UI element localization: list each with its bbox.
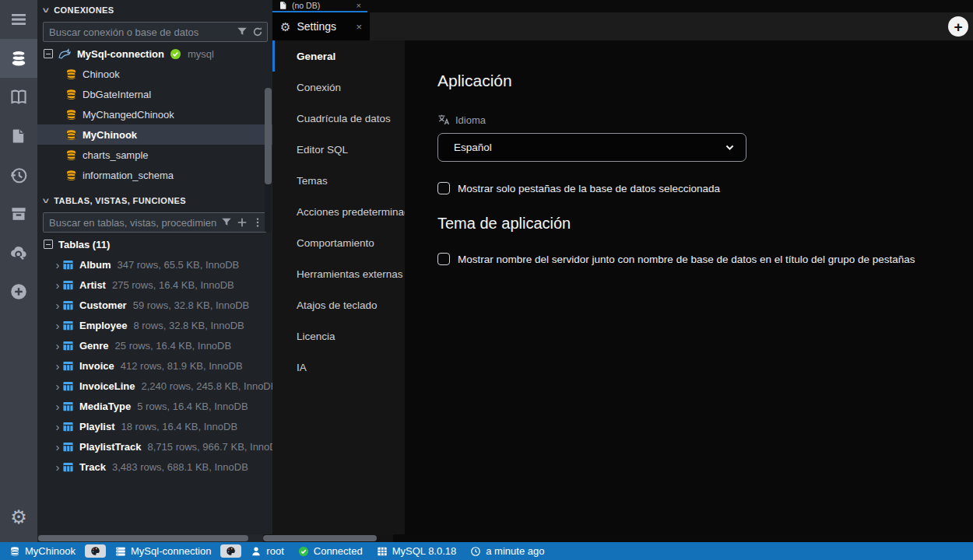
database-name: DbGateInternal bbox=[83, 89, 151, 100]
table-icon bbox=[62, 340, 74, 352]
chevron-right-icon[interactable]: › bbox=[53, 299, 62, 311]
tables-search-input[interactable] bbox=[49, 217, 216, 229]
table-meta: 5 rows, 16.4 KB, InnoDB bbox=[137, 401, 248, 412]
settings-nav-cuadr-cula-de-datos[interactable]: Cuadrícula de datos bbox=[272, 103, 405, 134]
collapse-icon[interactable] bbox=[44, 49, 53, 58]
close-icon[interactable]: × bbox=[357, 1, 361, 10]
table-item[interactable]: ›Customer59 rows, 32.8 KB, InnoDB bbox=[37, 295, 272, 315]
table-item[interactable]: ›MediaType5 rows, 16.4 KB, InnoDB bbox=[37, 396, 272, 416]
table-item[interactable]: ›Genre25 rows, 16.4 KB, InnoDB bbox=[37, 335, 272, 355]
settings-nav-general[interactable]: General bbox=[272, 40, 405, 72]
statusbar-root[interactable]: root bbox=[246, 542, 288, 560]
settings-nav-licencia[interactable]: Licencia bbox=[272, 320, 405, 352]
statusbar-label: root bbox=[266, 545, 283, 557]
chevron-right-icon[interactable]: › bbox=[53, 320, 62, 331]
tab-settings[interactable]: ⚙ Settings × bbox=[272, 12, 370, 40]
table-item[interactable]: ›Playlist18 rows, 16.4 KB, InnoDB bbox=[37, 416, 272, 436]
file-icon bbox=[10, 128, 27, 145]
statusbar-connected[interactable]: Connected bbox=[293, 542, 367, 560]
user-icon bbox=[251, 546, 262, 557]
chevron-right-icon[interactable]: › bbox=[53, 380, 62, 392]
chevron-right-icon[interactable]: › bbox=[53, 340, 62, 352]
settings-nav-acciones-predeterminadas[interactable]: Acciones predeterminadas bbox=[272, 196, 405, 227]
table-item[interactable]: ›InvoiceLine2,240 rows, 245.8 KB, InnoDB bbox=[37, 376, 272, 396]
statusbar-mysql-8-0-18[interactable]: MySQL 8.0.18 bbox=[372, 542, 462, 560]
chevron-right-icon[interactable]: › bbox=[53, 461, 62, 473]
chevron-right-icon[interactable]: › bbox=[53, 259, 62, 271]
settings-nav-conexi-n[interactable]: Conexión bbox=[272, 72, 405, 103]
connection-color-button[interactable] bbox=[220, 544, 241, 558]
new-tab-button[interactable]: + bbox=[948, 16, 968, 37]
table-item[interactable]: ›Track3,483 rows, 688.1 KB, InnoDB bbox=[37, 457, 272, 477]
activity-bar-archive-button[interactable] bbox=[0, 194, 37, 233]
chevron-right-icon[interactable]: › bbox=[53, 421, 62, 432]
table-item[interactable]: ›Album347 rows, 65.5 KB, InnoDB bbox=[37, 254, 272, 275]
file-icon bbox=[279, 1, 288, 10]
database-item[interactable]: MyChinook bbox=[37, 124, 272, 145]
database-item[interactable]: MyChangedChinook bbox=[37, 104, 272, 124]
filter-icon[interactable] bbox=[221, 217, 232, 228]
clock-icon bbox=[470, 546, 481, 557]
menu-icon bbox=[9, 9, 29, 30]
activity-bar-cloud-search-button[interactable] bbox=[0, 233, 37, 272]
table-item[interactable]: ›Employee8 rows, 32.8 KB, InnoDB bbox=[37, 315, 272, 335]
show-server-name-checkbox[interactable] bbox=[437, 253, 450, 265]
settings-nav-editor-sql[interactable]: Editor SQL bbox=[272, 134, 405, 165]
chevron-right-icon[interactable]: › bbox=[53, 279, 62, 291]
connection-row[interactable]: MySql-connection mysql bbox=[37, 44, 272, 64]
table-item[interactable]: ›Invoice412 rows, 81.9 KB, InnoDB bbox=[37, 355, 272, 376]
plus-icon[interactable] bbox=[237, 217, 248, 228]
activity-bar-database-button[interactable] bbox=[0, 39, 37, 78]
gear-icon: ⚙ bbox=[10, 506, 27, 528]
database-item[interactable]: information_schema bbox=[37, 165, 272, 185]
settings-gear-button[interactable]: ⚙ bbox=[0, 502, 37, 533]
close-icon[interactable]: × bbox=[356, 21, 362, 33]
db-gold-icon bbox=[65, 68, 77, 80]
statusbar-a-minute-ago[interactable]: a minute ago bbox=[465, 542, 549, 560]
chevron-down-icon bbox=[725, 142, 735, 152]
database-item[interactable]: DbGateInternal bbox=[37, 84, 272, 104]
activity-bar-file-button[interactable] bbox=[0, 117, 37, 156]
activity-bar-book-button[interactable] bbox=[0, 78, 37, 117]
connection-name: MySql-connection bbox=[77, 48, 164, 60]
language-select[interactable]: Español bbox=[437, 133, 746, 162]
activity-bar-menu-button[interactable] bbox=[0, 0, 37, 39]
chevron-right-icon[interactable]: › bbox=[53, 360, 62, 372]
tables-header[interactable]: ˅ TABLAS, VISTAS, FUNCIONES bbox=[37, 191, 272, 211]
chevron-right-icon[interactable]: › bbox=[53, 401, 62, 412]
server-icon bbox=[115, 546, 126, 557]
settings-nav-comportamiento[interactable]: Comportamiento bbox=[272, 227, 405, 258]
settings-nav-hscrollbar[interactable] bbox=[263, 534, 393, 542]
db-group-tab[interactable]: (no DB) × bbox=[272, 0, 367, 12]
collapse-icon[interactable] bbox=[44, 240, 53, 249]
table-icon bbox=[62, 421, 74, 432]
table-item[interactable]: ›Artist275 rows, 16.4 KB, InnoDB bbox=[37, 275, 272, 295]
table-name: MediaType bbox=[79, 401, 131, 412]
database-item[interactable]: charts_sample bbox=[37, 145, 272, 165]
show-only-db-tabs-checkbox[interactable] bbox=[437, 182, 450, 194]
activity-bar-plus-circle-button[interactable] bbox=[0, 272, 37, 311]
activity-bar: ⚙ bbox=[0, 0, 37, 542]
tables-group-row[interactable]: Tablas (11) bbox=[37, 234, 272, 254]
connections-scrollbar[interactable] bbox=[265, 88, 272, 233]
connection-search-input[interactable] bbox=[49, 26, 232, 38]
statusbar-mychinook[interactable]: MyChinook bbox=[5, 542, 80, 560]
settings-nav-herramientas-externas[interactable]: Herramientas externas bbox=[272, 258, 405, 289]
activity-bar-history-button[interactable] bbox=[0, 156, 37, 194]
chevron-right-icon[interactable]: › bbox=[53, 441, 62, 453]
connection-color-button[interactable] bbox=[85, 544, 106, 558]
left-panel-hscrollbar[interactable] bbox=[37, 534, 263, 542]
connections-header[interactable]: ˅ CONEXIONES bbox=[37, 0, 272, 20]
table-name: Artist bbox=[79, 279, 106, 291]
kebab-icon[interactable] bbox=[252, 217, 263, 228]
settings-nav-atajos-de-teclado[interactable]: Atajos de teclado bbox=[272, 289, 405, 320]
table-item[interactable]: ›PlaylistTrack8,715 rows, 966.7 KB, Inno… bbox=[37, 436, 272, 457]
filter-icon[interactable] bbox=[237, 26, 248, 37]
statusbar-mysql-connection[interactable]: MySql-connection bbox=[111, 542, 216, 560]
database-item[interactable]: Chinook bbox=[37, 64, 272, 84]
settings-nav-temas[interactable]: Temas bbox=[272, 165, 405, 196]
table-meta: 412 rows, 81.9 KB, InnoDB bbox=[121, 360, 243, 372]
settings-nav-ia[interactable]: IA bbox=[272, 352, 405, 383]
refresh-icon[interactable] bbox=[252, 26, 263, 37]
palette-icon bbox=[90, 546, 100, 556]
